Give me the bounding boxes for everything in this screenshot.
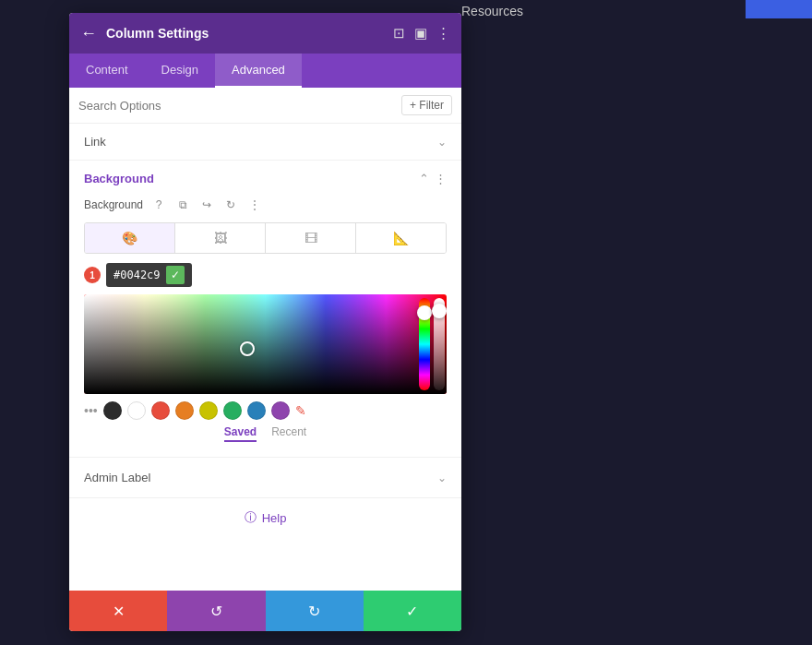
panel-header: ← Column Settings ⊡ ▣ ⋮ [69, 13, 461, 54]
help-label: Help [262, 511, 287, 525]
bg-tab-pattern[interactable]: 📐 [356, 223, 446, 253]
swatch-purple[interactable] [271, 401, 290, 420]
swatches-row: ••• ✎ [84, 401, 447, 420]
undo-button[interactable]: ↺ [167, 591, 265, 631]
pencil-icon[interactable]: ✎ [295, 403, 306, 418]
panel-header-icons: ⊡ ▣ ⋮ [393, 25, 450, 42]
color-hex-input[interactable]: #0042c9 ✓ [106, 263, 192, 287]
panel-title: Column Settings [106, 26, 393, 41]
tab-content[interactable]: Content [69, 54, 145, 88]
column-settings-panel: ← Column Settings ⊡ ▣ ⋮ Content Design A… [69, 13, 461, 631]
help-row[interactable]: ⓘ Help [69, 498, 461, 537]
swatch-blue[interactable] [247, 401, 266, 420]
recent-tab[interactable]: Recent [271, 425, 306, 442]
swatch-orange[interactable] [175, 401, 194, 420]
background-section-icons: ⌃ ⋮ [419, 172, 447, 185]
saved-recent-tabs: Saved Recent [84, 425, 447, 442]
reset-icon[interactable]: ↻ [222, 197, 239, 213]
confirm-icon: ✓ [406, 603, 418, 620]
hue-slider-thumb[interactable] [417, 305, 432, 320]
admin-label-title: Admin Label [84, 471, 150, 484]
paste-icon[interactable]: ↪ [198, 197, 215, 213]
bg-tab-color[interactable]: 🎨 [85, 223, 175, 253]
hue-slider[interactable] [419, 298, 430, 390]
saved-tab[interactable]: Saved [224, 425, 257, 442]
link-section: Link ⌄ [69, 124, 461, 161]
swatch-red[interactable] [151, 401, 170, 420]
tab-design[interactable]: Design [145, 54, 215, 88]
filter-button[interactable]: + Filter [401, 95, 452, 115]
options-icon[interactable]: ⋮ [246, 197, 263, 213]
cancel-icon: ✕ [113, 603, 125, 620]
color-tab-icon: 🎨 [122, 231, 137, 245]
undo-icon: ↺ [210, 603, 222, 620]
color-hex-value: #0042c9 [113, 269, 161, 281]
search-input[interactable] [78, 99, 401, 113]
color-input-row: 1 #0042c9 ✓ [84, 263, 447, 287]
color-confirm-button[interactable]: ✓ [166, 266, 185, 284]
background-label-row: Background ? ⧉ ↪ ↻ ⋮ [84, 197, 447, 213]
background-section-title: Background [84, 172, 154, 185]
panel-tabs: Content Design Advanced [69, 54, 461, 88]
redo-button[interactable]: ↻ [266, 591, 364, 631]
swatch-black[interactable] [103, 401, 122, 420]
tab-advanced[interactable]: Advanced [215, 54, 302, 88]
bg-tab-image[interactable]: 🖼 [175, 223, 266, 253]
panel-footer: ✕ ↺ ↻ ✓ [69, 591, 461, 631]
video-tab-icon: 🎞 [304, 231, 317, 245]
collapse-icon[interactable]: ⌃ [419, 172, 429, 185]
help-icon: ⓘ [245, 509, 257, 526]
redo-icon: ↻ [308, 603, 320, 620]
swatch-white[interactable] [127, 401, 146, 420]
panel-content: Link ⌄ Background ⌃ ⋮ Background ? ⧉ [69, 124, 461, 591]
link-section-header[interactable]: Link ⌄ [69, 124, 461, 160]
swatch-yellow[interactable] [199, 401, 218, 420]
blue-button-top[interactable] [746, 0, 812, 18]
admin-label-section: Admin Label ⌄ [69, 458, 461, 498]
responsive-icon[interactable]: ⊡ [393, 25, 405, 42]
background-section-header[interactable]: Background ⌃ ⋮ [69, 161, 461, 197]
background-label: Background [84, 198, 143, 211]
help-icon-small[interactable]: ? [150, 197, 167, 213]
back-button[interactable]: ← [80, 24, 97, 43]
bg-tab-video[interactable]: 🎞 [266, 223, 356, 253]
background-section: Background ⌃ ⋮ Background ? ⧉ ↪ ↻ ⋮ [69, 161, 461, 458]
color-picker[interactable] [84, 294, 447, 394]
more-swatches-icon[interactable]: ••• [84, 403, 98, 418]
cancel-button[interactable]: ✕ [69, 591, 167, 631]
picker-sliders [419, 298, 445, 390]
pattern-tab-icon: 📐 [393, 231, 409, 245]
background-type-tabs: 🎨 🖼 🎞 📐 [84, 222, 447, 254]
layout-icon[interactable]: ▣ [414, 25, 427, 42]
swatch-green[interactable] [223, 401, 242, 420]
alpha-slider[interactable] [434, 298, 445, 390]
resources-label: Resources [461, 4, 523, 18]
link-chevron-icon: ⌄ [437, 136, 447, 149]
background-section-content: Background ? ⧉ ↪ ↻ ⋮ 🎨 🖼 🎞 [69, 197, 461, 457]
image-tab-icon: 🖼 [214, 231, 227, 245]
black-gradient [84, 294, 447, 394]
admin-label-chevron-icon: ⌄ [437, 472, 447, 484]
more-icon[interactable]: ⋮ [436, 25, 450, 42]
link-section-title: Link [84, 135, 106, 149]
copy-icon[interactable]: ⧉ [174, 197, 191, 213]
search-bar: + Filter [69, 88, 461, 124]
picker-cursor[interactable] [240, 341, 255, 356]
alpha-slider-thumb[interactable] [432, 304, 447, 318]
admin-label-section-header[interactable]: Admin Label ⌄ [69, 458, 461, 497]
color-badge: 1 [84, 267, 101, 283]
confirm-button[interactable]: ✓ [364, 591, 461, 631]
section-more-icon[interactable]: ⋮ [435, 172, 447, 185]
